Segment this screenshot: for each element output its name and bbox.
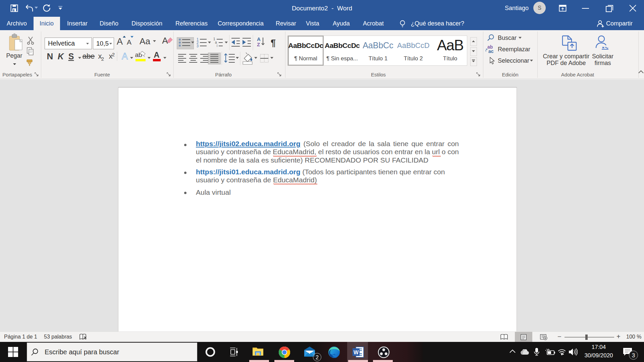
svg-text:i: i xyxy=(217,44,217,48)
svg-text:Aa: Aa xyxy=(140,36,150,46)
svg-text:Z: Z xyxy=(257,42,260,47)
svg-text:A: A xyxy=(122,51,128,61)
svg-text:¶: ¶ xyxy=(271,38,276,48)
svg-text:N: N xyxy=(47,51,53,61)
svg-text:W: W xyxy=(354,350,359,355)
svg-text:S: S xyxy=(68,52,74,61)
svg-text:abe: abe xyxy=(83,52,95,60)
svg-text:A: A xyxy=(117,37,123,47)
svg-text:2: 2 xyxy=(112,52,115,57)
svg-text:ac: ac xyxy=(488,49,494,54)
svg-text:A: A xyxy=(257,36,261,42)
svg-text:2: 2 xyxy=(101,56,104,62)
svg-text:A: A xyxy=(127,38,131,46)
svg-text:A: A xyxy=(154,50,159,59)
svg-text:K: K xyxy=(58,52,64,61)
svg-text:3: 3 xyxy=(197,44,199,48)
